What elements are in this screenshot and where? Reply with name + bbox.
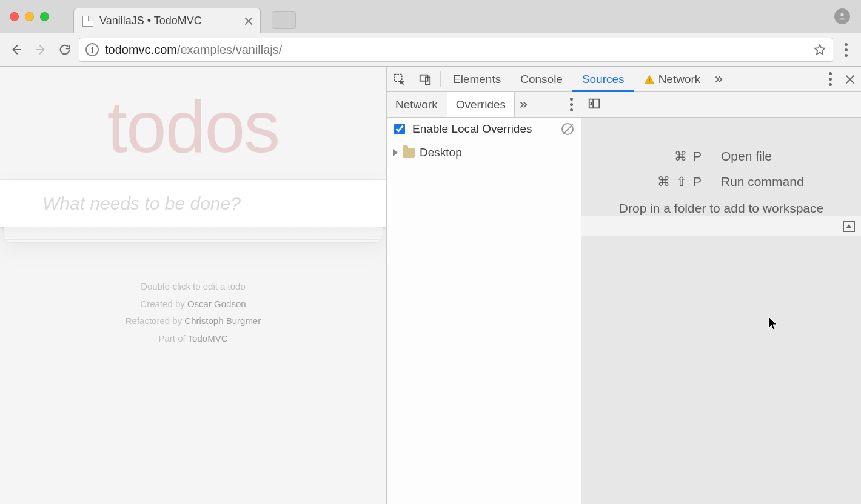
reload-button[interactable] xyxy=(55,39,75,60)
devtools-tabbar: Elements Console Sources Network xyxy=(387,67,861,92)
tab-close-button[interactable] xyxy=(244,17,253,25)
webpage: todos Double-click to edit a todo Create… xyxy=(0,67,386,504)
file-icon xyxy=(82,16,93,27)
new-tab-button[interactable] xyxy=(272,11,296,29)
disclosure-triangle-icon[interactable] xyxy=(393,149,398,156)
hint-run-command: ⌘ ⇧ P Run command xyxy=(581,174,861,189)
shortcut-keys: ⌘ P xyxy=(581,149,703,164)
browser-window: VanillaJS • TodoMVC i todomvc.com/exampl… xyxy=(0,0,861,504)
devtools-close-button[interactable] xyxy=(839,75,861,84)
tab-sources[interactable]: Sources xyxy=(572,67,634,91)
enable-overrides-label: Enable Local Overrides xyxy=(412,122,532,136)
close-icon xyxy=(845,75,855,84)
editor-toolbar xyxy=(581,92,861,118)
enable-overrides-row: Enable Local Overrides xyxy=(387,118,581,141)
devtools-body: Network Overrides Enable Local Overrides xyxy=(387,92,861,504)
star-icon xyxy=(813,43,826,56)
show-drawer-button[interactable] xyxy=(843,221,855,232)
tab-network[interactable]: Network xyxy=(634,67,711,91)
sources-sidebar: Network Overrides Enable Local Overrides xyxy=(387,92,581,504)
svg-rect-6 xyxy=(589,99,600,108)
card-stack-shadow xyxy=(4,227,383,236)
refactor-link[interactable]: Christoph Burgmer xyxy=(184,316,261,326)
triangle-up-icon xyxy=(846,224,852,228)
forward-button[interactable] xyxy=(30,39,51,60)
browser-tab[interactable]: VanillaJS • TodoMVC xyxy=(73,8,261,33)
subtab-network[interactable]: Network xyxy=(387,92,447,117)
more-subtabs-button[interactable] xyxy=(515,92,532,117)
chevrons-right-icon xyxy=(518,99,529,110)
folder-name: Desktop xyxy=(420,146,462,159)
svg-rect-2 xyxy=(420,75,428,81)
device-toggle-button[interactable] xyxy=(412,67,438,91)
sources-main: ⌘ P Open file ⌘ ⇧ P Run command Drop in … xyxy=(581,92,861,504)
window-controls xyxy=(10,12,49,21)
site-info-icon[interactable]: i xyxy=(85,43,99,56)
inspect-icon xyxy=(393,73,406,86)
page-footer: Double-click to edit a todo Created by O… xyxy=(0,278,386,347)
bookmark-button[interactable] xyxy=(813,43,826,56)
footer-part: Part of TodoMVC xyxy=(0,330,386,348)
todomvc-link[interactable]: TodoMVC xyxy=(188,333,228,343)
empty-state: ⌘ P Open file ⌘ ⇧ P Run command Drop in … xyxy=(581,149,861,216)
window-zoom-button[interactable] xyxy=(40,12,49,21)
tree-folder-row[interactable]: Desktop xyxy=(393,146,575,159)
sidebar-menu-button[interactable] xyxy=(561,92,581,117)
devtools-panel: Elements Console Sources Network xyxy=(386,67,861,504)
footer-refactored: Refactored by Christoph Burgmer xyxy=(0,313,386,330)
kebab-icon xyxy=(570,98,573,111)
chevrons-right-icon xyxy=(713,74,724,85)
content-area: todos Double-click to edit a todo Create… xyxy=(0,67,861,504)
overrides-tree: Desktop xyxy=(387,141,581,164)
drop-hint: Drop in a folder to add to workspace xyxy=(619,201,823,216)
separator xyxy=(440,71,441,87)
svg-point-0 xyxy=(840,13,843,16)
devices-icon xyxy=(418,73,432,86)
tab-console[interactable]: Console xyxy=(511,67,572,91)
svg-rect-4 xyxy=(649,78,650,81)
sources-subtabs: Network Overrides xyxy=(387,92,581,118)
browser-menu-button[interactable] xyxy=(837,43,855,57)
kebab-icon xyxy=(845,43,848,57)
tab-elements[interactable]: Elements xyxy=(443,67,511,91)
shortcut-label: Run command xyxy=(721,174,861,189)
tab-title: VanillaJS • TodoMVC xyxy=(99,15,202,27)
url-text: todomvc.com/examples/vanillajs/ xyxy=(105,43,282,57)
subtab-overrides[interactable]: Overrides xyxy=(447,92,515,117)
new-todo-card xyxy=(0,179,386,227)
shortcut-label: Open file xyxy=(721,149,861,164)
more-tabs-button[interactable] xyxy=(710,67,727,91)
clear-overrides-button[interactable] xyxy=(561,123,574,135)
footer-hint: Double-click to edit a todo xyxy=(0,278,386,296)
author-link[interactable]: Oscar Godson xyxy=(187,299,246,309)
toggle-navigator-button[interactable] xyxy=(588,97,601,113)
window-titlebar: VanillaJS • TodoMVC xyxy=(0,0,861,33)
user-icon xyxy=(837,12,847,21)
hint-open-file: ⌘ P Open file xyxy=(581,149,861,164)
devtools-menu-button[interactable] xyxy=(821,72,839,86)
footer-created: Created by Oscar Godson xyxy=(0,296,386,313)
window-close-button[interactable] xyxy=(10,12,19,21)
reload-icon xyxy=(58,43,72,56)
browser-toolbar: i todomvc.com/examples/vanillajs/ xyxy=(0,33,861,67)
folder-icon xyxy=(403,148,415,158)
url-host: todomvc.com xyxy=(105,43,177,56)
devtools-statusbar xyxy=(581,216,861,236)
window-minimize-button[interactable] xyxy=(25,12,34,21)
shortcut-keys: ⌘ ⇧ P xyxy=(581,174,703,189)
inspect-element-button[interactable] xyxy=(387,67,412,91)
tab-strip: VanillaJS • TodoMVC xyxy=(73,0,296,33)
arrow-left-icon xyxy=(10,43,23,56)
mouse-cursor-icon xyxy=(768,316,778,331)
warning-icon xyxy=(644,74,655,85)
arrow-right-icon xyxy=(34,43,47,56)
url-path: /examples/vanillajs/ xyxy=(177,43,282,56)
enable-overrides-checkbox[interactable] xyxy=(394,124,405,134)
profile-button[interactable] xyxy=(834,8,850,24)
page-heading: todos xyxy=(0,85,386,168)
address-bar[interactable]: i todomvc.com/examples/vanillajs/ xyxy=(79,38,833,62)
new-todo-input[interactable] xyxy=(42,193,374,214)
kebab-icon xyxy=(829,72,832,86)
back-button[interactable] xyxy=(6,39,27,60)
svg-rect-5 xyxy=(649,81,650,82)
